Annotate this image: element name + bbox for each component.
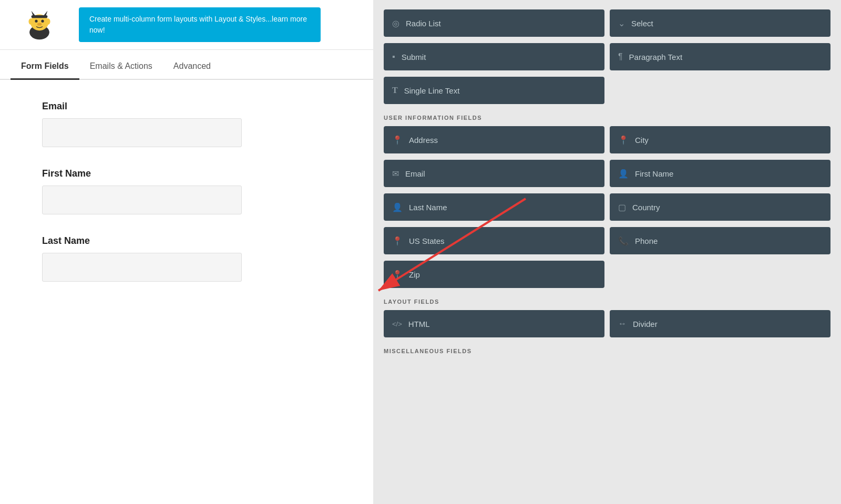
first-name-field-group: First Name: [42, 168, 331, 214]
submit-label: Submit: [402, 53, 426, 61]
svg-point-4: [35, 20, 37, 23]
country-icon: ▢: [618, 202, 626, 212]
address-icon: 📍: [392, 135, 403, 145]
radio-list-icon: ◎: [392, 18, 399, 28]
first-name-label: First Name: [42, 168, 331, 179]
radio-list-label: Radio List: [406, 19, 441, 28]
standard-fields-row2: ▪ Submit ¶ Paragraph Text: [384, 43, 830, 70]
misc-section: MISCELLANEOUS FIELDS: [384, 348, 830, 354]
address-label: Address: [409, 136, 438, 145]
divider-icon: ↔: [618, 319, 627, 328]
last-name-label: Last Name: [42, 235, 331, 246]
select-label: Select: [631, 19, 653, 28]
country-button[interactable]: ▢ Country: [610, 193, 830, 221]
user-info-row3: 👤 Last Name ▢ Country: [384, 193, 830, 221]
paragraph-text-button[interactable]: ¶ Paragraph Text: [610, 43, 830, 70]
user-info-row2: ✉ Email 👤 First Name: [384, 160, 830, 187]
us-states-icon: 📍: [392, 236, 403, 246]
us-states-button[interactable]: 📍 US States: [384, 227, 604, 254]
standard-fields-row3: T Single Line Text: [384, 77, 830, 104]
zip-label: Zip: [409, 270, 420, 279]
email-input[interactable]: [42, 118, 242, 147]
header: Create multi-column form layouts with La…: [0, 0, 373, 50]
layout-row1: </> HTML ↔ Divider: [384, 310, 830, 337]
user-info-row1: 📍 Address 📍 City: [384, 126, 830, 153]
first-name-field-icon: 👤: [618, 169, 629, 179]
email-field-group: Email: [42, 101, 331, 147]
city-label: City: [635, 136, 649, 145]
address-button[interactable]: 📍 Address: [384, 126, 604, 153]
last-name-input[interactable]: [42, 253, 242, 282]
phone-icon: 📞: [618, 236, 629, 246]
html-label: HTML: [408, 320, 430, 328]
form-content: Email First Name Last Name: [0, 80, 373, 504]
first-name-field-button[interactable]: 👤 First Name: [610, 160, 830, 187]
standard-fields-row1: ◎ Radio List ⌄ Select: [384, 9, 830, 37]
divider-button[interactable]: ↔ Divider: [610, 310, 830, 337]
email-label: Email: [42, 101, 331, 112]
single-line-icon: T: [392, 86, 398, 95]
svg-point-2: [28, 18, 33, 25]
single-line-text-button[interactable]: T Single Line Text: [384, 77, 604, 104]
submit-button[interactable]: ▪ Submit: [384, 43, 604, 70]
email-field-icon: ✉: [392, 169, 399, 179]
svg-point-5: [41, 20, 44, 23]
first-name-field-label: First Name: [635, 169, 673, 178]
phone-label: Phone: [635, 236, 658, 245]
right-panel: ◎ Radio List ⌄ Select ▪ Submit ¶ Paragra…: [373, 0, 841, 504]
city-icon: 📍: [618, 135, 629, 145]
tab-advanced[interactable]: Advanced: [163, 55, 221, 80]
svg-point-3: [46, 18, 50, 25]
svg-point-6: [37, 23, 42, 26]
paragraph-icon: ¶: [618, 52, 623, 61]
user-info-row5: 📍 Zip: [384, 261, 830, 288]
email-field-button[interactable]: ✉ Email: [384, 160, 604, 187]
promo-banner: Create multi-column form layouts with La…: [79, 7, 321, 42]
user-info-row4: 📍 US States 📞 Phone: [384, 227, 830, 254]
last-name-field-icon: 👤: [392, 202, 403, 212]
country-label: Country: [632, 203, 660, 212]
html-icon: </>: [392, 320, 402, 328]
user-info-title: USER INFORMATION FIELDS: [384, 115, 830, 121]
divider-label: Divider: [633, 320, 658, 328]
last-name-field-group: Last Name: [42, 235, 331, 282]
last-name-field-button[interactable]: 👤 Last Name: [384, 193, 604, 221]
logo-icon: [18, 9, 60, 40]
tab-emails-actions[interactable]: Emails & Actions: [79, 55, 163, 80]
radio-list-button[interactable]: ◎ Radio List: [384, 9, 604, 37]
layout-section: LAYOUT FIELDS </> HTML ↔ Divider: [384, 299, 830, 337]
left-panel: Create multi-column form layouts with La…: [0, 0, 373, 504]
city-button[interactable]: 📍 City: [610, 126, 830, 153]
email-field-label: Email: [405, 169, 425, 178]
submit-icon: ▪: [392, 52, 395, 61]
zip-icon: 📍: [392, 270, 403, 280]
single-line-label: Single Line Text: [404, 86, 460, 95]
layout-title: LAYOUT FIELDS: [384, 299, 830, 305]
select-button[interactable]: ⌄ Select: [610, 9, 830, 37]
first-name-input[interactable]: [42, 186, 242, 214]
us-states-label: US States: [409, 236, 445, 245]
last-name-field-label: Last Name: [409, 203, 447, 212]
phone-button[interactable]: 📞 Phone: [610, 227, 830, 254]
misc-title: MISCELLANEOUS FIELDS: [384, 348, 830, 354]
tab-form-fields[interactable]: Form Fields: [11, 55, 79, 80]
user-info-section: USER INFORMATION FIELDS 📍 Address 📍 City…: [384, 115, 830, 288]
tabs-bar: Form Fields Emails & Actions Advanced: [0, 55, 373, 80]
html-button[interactable]: </> HTML: [384, 310, 604, 337]
select-icon: ⌄: [618, 18, 625, 28]
logo: [11, 6, 68, 43]
zip-button[interactable]: 📍 Zip: [384, 261, 604, 288]
svg-rect-7: [32, 15, 48, 18]
paragraph-label: Paragraph Text: [629, 53, 682, 61]
